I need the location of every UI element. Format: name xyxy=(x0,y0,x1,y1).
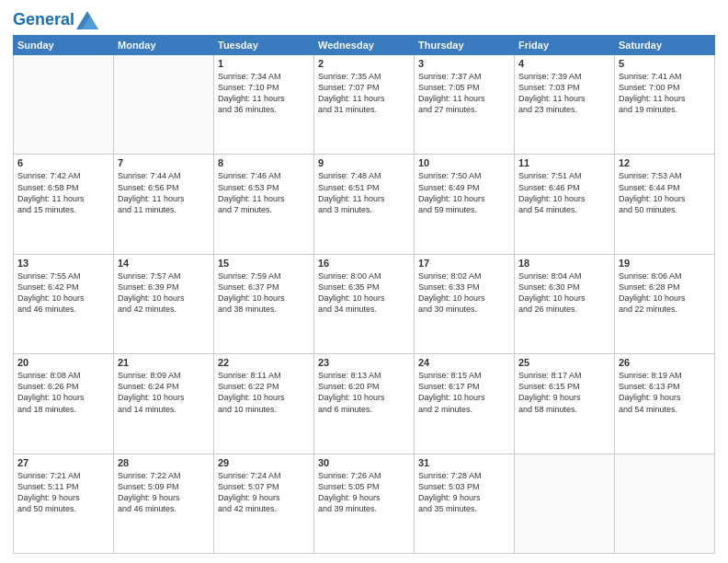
day-number: 17 xyxy=(418,258,510,269)
day-number: 27 xyxy=(17,457,109,468)
calendar-cell: 3Sunrise: 7:37 AM Sunset: 7:05 PM Daylig… xyxy=(415,55,515,155)
page: General SundayMondayTuesdayWednesdayThur… xyxy=(0,0,728,563)
day-number: 2 xyxy=(318,58,410,69)
day-info: Sunrise: 7:55 AM Sunset: 6:42 PM Dayligh… xyxy=(17,270,109,316)
calendar-week-row: 1Sunrise: 7:34 AM Sunset: 7:10 PM Daylig… xyxy=(14,55,715,155)
day-number: 29 xyxy=(218,457,310,468)
day-info: Sunrise: 7:59 AM Sunset: 6:37 PM Dayligh… xyxy=(218,270,310,316)
calendar-cell: 29Sunrise: 7:24 AM Sunset: 5:07 PM Dayli… xyxy=(214,454,314,553)
day-info: Sunrise: 7:53 AM Sunset: 6:44 PM Dayligh… xyxy=(619,170,711,215)
calendar-week-row: 6Sunrise: 7:42 AM Sunset: 6:58 PM Daylig… xyxy=(14,155,715,254)
calendar-cell: 13Sunrise: 7:55 AM Sunset: 6:42 PM Dayli… xyxy=(14,254,114,353)
calendar-cell: 19Sunrise: 8:06 AM Sunset: 6:28 PM Dayli… xyxy=(615,254,715,353)
calendar-header-cell: Monday xyxy=(114,36,214,55)
logo-text: General xyxy=(13,11,74,29)
calendar-cell: 26Sunrise: 8:19 AM Sunset: 6:13 PM Dayli… xyxy=(615,354,715,454)
calendar-cell: 18Sunrise: 8:04 AM Sunset: 6:30 PM Dayli… xyxy=(515,254,615,353)
day-info: Sunrise: 8:17 AM Sunset: 6:15 PM Dayligh… xyxy=(518,370,610,415)
day-number: 7 xyxy=(118,157,210,168)
calendar-cell: 25Sunrise: 8:17 AM Sunset: 6:15 PM Dayli… xyxy=(515,354,615,454)
day-info: Sunrise: 7:24 AM Sunset: 5:07 PM Dayligh… xyxy=(218,470,310,515)
calendar-header-row: SundayMondayTuesdayWednesdayThursdayFrid… xyxy=(14,36,715,55)
day-number: 4 xyxy=(518,58,610,69)
calendar-cell: 28Sunrise: 7:22 AM Sunset: 5:09 PM Dayli… xyxy=(114,454,214,553)
day-number: 24 xyxy=(418,357,510,368)
calendar-header-cell: Thursday xyxy=(415,36,515,55)
day-number: 20 xyxy=(17,357,109,368)
day-info: Sunrise: 7:51 AM Sunset: 6:46 PM Dayligh… xyxy=(518,170,610,215)
day-info: Sunrise: 7:37 AM Sunset: 7:05 PM Dayligh… xyxy=(418,71,510,116)
calendar-cell: 17Sunrise: 8:02 AM Sunset: 6:33 PM Dayli… xyxy=(415,254,515,353)
day-number: 21 xyxy=(118,357,210,368)
calendar-cell: 27Sunrise: 7:21 AM Sunset: 5:11 PM Dayli… xyxy=(14,454,114,553)
day-number: 3 xyxy=(418,58,510,69)
calendar-cell: 10Sunrise: 7:50 AM Sunset: 6:49 PM Dayli… xyxy=(415,155,515,254)
day-info: Sunrise: 7:50 AM Sunset: 6:49 PM Dayligh… xyxy=(418,170,510,215)
day-info: Sunrise: 7:35 AM Sunset: 7:07 PM Dayligh… xyxy=(318,71,410,116)
calendar-cell: 9Sunrise: 7:48 AM Sunset: 6:51 PM Daylig… xyxy=(314,155,415,254)
calendar-cell: 24Sunrise: 8:15 AM Sunset: 6:17 PM Dayli… xyxy=(415,354,515,454)
day-number: 11 xyxy=(518,157,610,168)
day-number: 28 xyxy=(118,457,210,468)
day-number: 8 xyxy=(218,157,310,168)
calendar-cell: 31Sunrise: 7:28 AM Sunset: 5:03 PM Dayli… xyxy=(415,454,515,553)
day-info: Sunrise: 7:22 AM Sunset: 5:09 PM Dayligh… xyxy=(118,470,210,515)
day-info: Sunrise: 7:48 AM Sunset: 6:51 PM Dayligh… xyxy=(318,170,410,215)
day-number: 10 xyxy=(418,157,510,168)
calendar-header-cell: Tuesday xyxy=(214,36,314,55)
day-number: 9 xyxy=(318,157,410,168)
calendar-cell: 6Sunrise: 7:42 AM Sunset: 6:58 PM Daylig… xyxy=(14,155,114,254)
calendar-week-row: 27Sunrise: 7:21 AM Sunset: 5:11 PM Dayli… xyxy=(14,454,715,553)
calendar-header-cell: Friday xyxy=(515,36,615,55)
calendar-cell: 4Sunrise: 7:39 AM Sunset: 7:03 PM Daylig… xyxy=(515,55,615,155)
day-info: Sunrise: 7:57 AM Sunset: 6:39 PM Dayligh… xyxy=(118,270,210,316)
day-info: Sunrise: 7:44 AM Sunset: 6:56 PM Dayligh… xyxy=(118,170,210,215)
calendar-cell: 21Sunrise: 8:09 AM Sunset: 6:24 PM Dayli… xyxy=(114,354,214,454)
header: General xyxy=(13,11,715,29)
calendar-cell: 2Sunrise: 7:35 AM Sunset: 7:07 PM Daylig… xyxy=(314,55,415,155)
day-number: 30 xyxy=(318,457,410,468)
day-number: 1 xyxy=(218,58,310,69)
calendar-cell: 7Sunrise: 7:44 AM Sunset: 6:56 PM Daylig… xyxy=(114,155,214,254)
day-info: Sunrise: 7:26 AM Sunset: 5:05 PM Dayligh… xyxy=(318,470,410,515)
day-info: Sunrise: 7:28 AM Sunset: 5:03 PM Dayligh… xyxy=(418,470,510,515)
calendar-cell: 1Sunrise: 7:34 AM Sunset: 7:10 PM Daylig… xyxy=(214,55,314,155)
day-number: 18 xyxy=(518,258,610,269)
calendar-cell: 23Sunrise: 8:13 AM Sunset: 6:20 PM Dayli… xyxy=(314,354,415,454)
day-number: 6 xyxy=(17,157,109,168)
calendar-cell xyxy=(615,454,715,553)
day-number: 19 xyxy=(619,258,711,269)
calendar-cell: 12Sunrise: 7:53 AM Sunset: 6:44 PM Dayli… xyxy=(615,155,715,254)
day-number: 23 xyxy=(318,357,410,368)
calendar-cell: 20Sunrise: 8:08 AM Sunset: 6:26 PM Dayli… xyxy=(14,354,114,454)
day-info: Sunrise: 8:04 AM Sunset: 6:30 PM Dayligh… xyxy=(518,270,610,316)
calendar-table: SundayMondayTuesdayWednesdayThursdayFrid… xyxy=(13,35,715,554)
logo-icon xyxy=(76,11,98,29)
day-info: Sunrise: 8:00 AM Sunset: 6:35 PM Dayligh… xyxy=(318,270,410,316)
calendar-cell: 22Sunrise: 8:11 AM Sunset: 6:22 PM Dayli… xyxy=(214,354,314,454)
day-info: Sunrise: 8:09 AM Sunset: 6:24 PM Dayligh… xyxy=(118,370,210,415)
calendar-cell: 11Sunrise: 7:51 AM Sunset: 6:46 PM Dayli… xyxy=(515,155,615,254)
day-info: Sunrise: 8:13 AM Sunset: 6:20 PM Dayligh… xyxy=(318,370,410,415)
day-info: Sunrise: 8:08 AM Sunset: 6:26 PM Dayligh… xyxy=(17,370,109,415)
day-number: 15 xyxy=(218,258,310,269)
calendar-cell: 5Sunrise: 7:41 AM Sunset: 7:00 PM Daylig… xyxy=(615,55,715,155)
calendar-cell: 15Sunrise: 7:59 AM Sunset: 6:37 PM Dayli… xyxy=(214,254,314,353)
calendar-cell: 30Sunrise: 7:26 AM Sunset: 5:05 PM Dayli… xyxy=(314,454,415,553)
day-number: 22 xyxy=(218,357,310,368)
day-number: 31 xyxy=(418,457,510,468)
calendar-body: 1Sunrise: 7:34 AM Sunset: 7:10 PM Daylig… xyxy=(14,55,715,554)
day-info: Sunrise: 7:46 AM Sunset: 6:53 PM Dayligh… xyxy=(218,170,310,215)
day-info: Sunrise: 8:06 AM Sunset: 6:28 PM Dayligh… xyxy=(619,270,711,316)
logo: General xyxy=(13,11,98,29)
calendar-week-row: 20Sunrise: 8:08 AM Sunset: 6:26 PM Dayli… xyxy=(14,354,715,454)
day-info: Sunrise: 8:02 AM Sunset: 6:33 PM Dayligh… xyxy=(418,270,510,316)
day-info: Sunrise: 7:42 AM Sunset: 6:58 PM Dayligh… xyxy=(17,170,109,215)
day-number: 12 xyxy=(619,157,711,168)
day-number: 16 xyxy=(318,258,410,269)
day-number: 5 xyxy=(619,58,711,69)
calendar-cell: 14Sunrise: 7:57 AM Sunset: 6:39 PM Dayli… xyxy=(114,254,214,353)
day-info: Sunrise: 7:21 AM Sunset: 5:11 PM Dayligh… xyxy=(17,470,109,515)
calendar-cell: 8Sunrise: 7:46 AM Sunset: 6:53 PM Daylig… xyxy=(214,155,314,254)
calendar-header-cell: Sunday xyxy=(14,36,114,55)
